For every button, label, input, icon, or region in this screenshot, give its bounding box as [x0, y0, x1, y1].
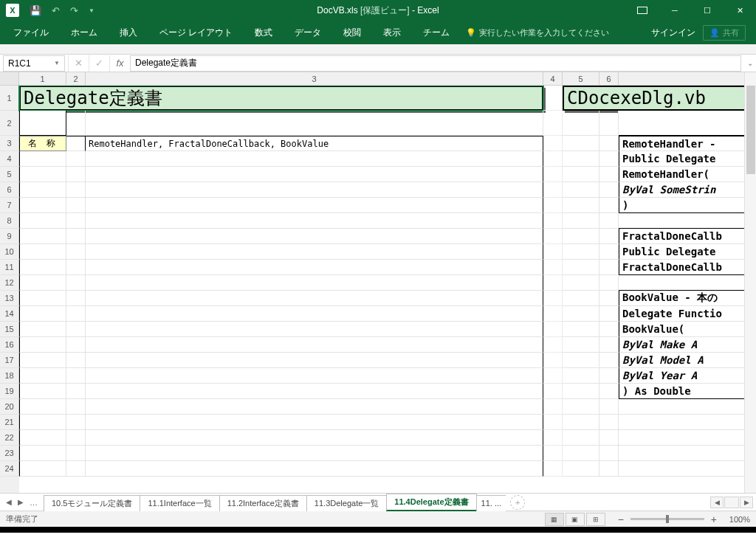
- cell[interactable]: [86, 167, 543, 182]
- cell[interactable]: [19, 446, 66, 461]
- row-header[interactable]: 8: [0, 213, 19, 229]
- cell[interactable]: [599, 111, 619, 136]
- sheet-tab[interactable]: 11. ...: [476, 495, 506, 511]
- cell[interactable]: [86, 275, 543, 291]
- row-header[interactable]: 9: [0, 229, 19, 244]
- row-header[interactable]: 23: [0, 446, 19, 461]
- cell[interactable]: [543, 86, 563, 111]
- cell[interactable]: [599, 446, 619, 461]
- cell[interactable]: [66, 260, 86, 275]
- cell[interactable]: [563, 322, 599, 337]
- cell[interactable]: [19, 151, 66, 167]
- cell[interactable]: [66, 151, 86, 167]
- cell[interactable]: [563, 213, 599, 229]
- cell[interactable]: [599, 430, 619, 446]
- cell[interactable]: [543, 337, 563, 353]
- cell[interactable]: [543, 136, 563, 151]
- tab-nav-prev[interactable]: ◀: [3, 498, 15, 507]
- cell[interactable]: [563, 229, 599, 244]
- cell[interactable]: [66, 399, 86, 415]
- chevron-down-icon[interactable]: ▼: [54, 60, 60, 66]
- row-header[interactable]: 4: [0, 151, 19, 167]
- zoom-out-button[interactable]: −: [616, 513, 626, 525]
- cell[interactable]: [66, 213, 86, 229]
- cell[interactable]: [543, 111, 563, 136]
- col-header-3[interactable]: 3: [86, 72, 543, 85]
- cell[interactable]: [66, 291, 86, 306]
- cancel-formula-button[interactable]: ✕: [68, 55, 89, 72]
- cell[interactable]: [599, 229, 619, 244]
- code-cell[interactable]: FractalDoneCallb: [619, 229, 756, 244]
- cell[interactable]: [19, 275, 66, 291]
- cell[interactable]: [86, 399, 543, 415]
- cell[interactable]: [563, 111, 599, 136]
- code-cell[interactable]: ): [619, 198, 756, 213]
- cell[interactable]: [599, 213, 619, 229]
- cell[interactable]: [86, 384, 543, 399]
- cell[interactable]: [19, 306, 66, 322]
- cell[interactable]: [19, 368, 66, 384]
- cell[interactable]: [86, 446, 543, 461]
- cell[interactable]: [86, 244, 543, 260]
- cell[interactable]: [86, 198, 543, 213]
- cell[interactable]: [599, 167, 619, 182]
- row-header[interactable]: 10: [0, 244, 19, 260]
- cell[interactable]: [86, 322, 543, 337]
- row-header[interactable]: 7: [0, 198, 19, 213]
- col-header-2[interactable]: 2: [66, 72, 86, 85]
- row-header[interactable]: 2: [0, 111, 19, 136]
- name-label-cell[interactable]: 名 称: [19, 136, 66, 151]
- cell[interactable]: [563, 446, 599, 461]
- cell[interactable]: [19, 430, 66, 446]
- code-cell[interactable]: ByVal SomeStrin: [619, 182, 756, 198]
- cell[interactable]: [543, 322, 563, 337]
- cell[interactable]: [599, 306, 619, 322]
- code-cell[interactable]: ByVal Year A: [619, 368, 756, 384]
- expand-formula-icon[interactable]: ⌄: [744, 59, 756, 67]
- cell[interactable]: [86, 260, 543, 275]
- cell[interactable]: [19, 337, 66, 353]
- code-cell[interactable]: [619, 275, 756, 291]
- cell[interactable]: [543, 415, 563, 430]
- cell[interactable]: [19, 322, 66, 337]
- cell[interactable]: [563, 182, 599, 198]
- cell[interactable]: [563, 337, 599, 353]
- row-header[interactable]: 14: [0, 306, 19, 322]
- cell[interactable]: [19, 167, 66, 182]
- cell[interactable]: [543, 384, 563, 399]
- cell[interactable]: [563, 198, 599, 213]
- sheet-tab[interactable]: 10.5モジュール定義書: [44, 495, 140, 511]
- cell[interactable]: [66, 167, 86, 182]
- view-pagebreak-button[interactable]: ⊞: [586, 513, 605, 526]
- cell[interactable]: [66, 322, 86, 337]
- cell[interactable]: [86, 151, 543, 167]
- cells[interactable]: Delegate定義書 CDocexeDlg.vb 名 称 RemoteHand…: [19, 86, 756, 493]
- cell[interactable]: [619, 111, 756, 136]
- close-button[interactable]: ✕: [724, 0, 756, 21]
- cell[interactable]: [19, 415, 66, 430]
- scrollbar-thumb[interactable]: [746, 86, 755, 174]
- cell[interactable]: [19, 111, 66, 136]
- hscroll-left[interactable]: ◀: [710, 497, 724, 508]
- cell[interactable]: [619, 430, 756, 446]
- cell[interactable]: [86, 306, 543, 322]
- cell[interactable]: [543, 306, 563, 322]
- row-header[interactable]: 18: [0, 368, 19, 384]
- cell[interactable]: [19, 399, 66, 415]
- cell[interactable]: [563, 151, 599, 167]
- formula-input[interactable]: Delegate定義書: [130, 55, 741, 72]
- cell[interactable]: [563, 399, 599, 415]
- cell[interactable]: [599, 260, 619, 275]
- sheet-tab-active[interactable]: 11.4Delegate定義書: [386, 494, 476, 511]
- cell[interactable]: [543, 244, 563, 260]
- cell[interactable]: [563, 260, 599, 275]
- cell[interactable]: [86, 430, 543, 446]
- cell[interactable]: [66, 430, 86, 446]
- cell[interactable]: [563, 430, 599, 446]
- row-header[interactable]: 16: [0, 337, 19, 353]
- cell[interactable]: [19, 291, 66, 306]
- zoom-level[interactable]: 100%: [729, 515, 750, 524]
- cell[interactable]: [66, 244, 86, 260]
- row-header[interactable]: 11: [0, 260, 19, 275]
- code-cell[interactable]: BookValue(: [619, 322, 756, 337]
